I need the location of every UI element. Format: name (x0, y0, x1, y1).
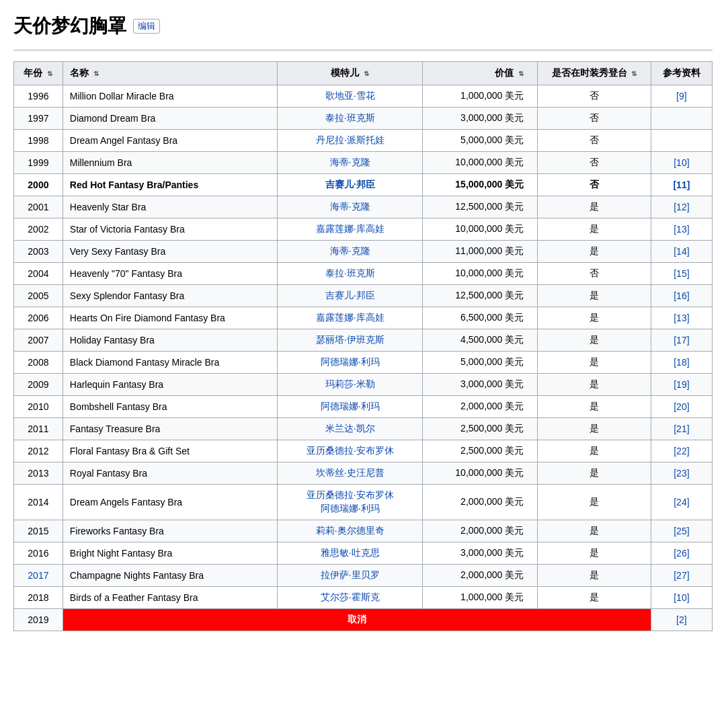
model-link[interactable]: 亚历桑德拉·安布罗休 (307, 489, 394, 501)
cell-ref: [10] (651, 152, 712, 174)
table-row: 2013Royal Fantasy Bra坎蒂丝·史汪尼普10,000,000 … (14, 462, 713, 485)
cell-show: 否 (538, 263, 651, 285)
ref-link[interactable]: [20] (674, 401, 689, 412)
cell-model: 吉赛儿·邦臣 (277, 174, 423, 196)
ref-link[interactable]: [13] (674, 224, 689, 235)
ref-link[interactable]: [2] (676, 614, 687, 625)
model-link[interactable]: 坎蒂丝·史汪尼普 (316, 467, 385, 478)
model-link[interactable]: 嘉露莲娜·库高娃 (316, 223, 385, 234)
cancel-cell[interactable]: 取消 (63, 609, 651, 631)
model-link[interactable]: 艾尔莎·霍斯克 (321, 592, 380, 602)
model-link[interactable]: 阿德瑞娜·利玛 (321, 401, 380, 411)
cell-ref: [13] (651, 307, 712, 329)
sort-arrows-value[interactable]: ⇅ (518, 70, 524, 77)
ref-link[interactable]: [22] (674, 446, 689, 456)
sort-arrows-name[interactable]: ⇅ (93, 70, 99, 77)
model-link[interactable]: 吉赛儿·邦臣 (325, 290, 375, 300)
ref-link[interactable]: [13] (674, 313, 689, 323)
ref-link[interactable]: [25] (674, 526, 689, 536)
cell-year: 2015 (14, 520, 63, 542)
main-table: 年份 ⇅ 名称 ⇅ 模特儿 ⇅ 价值 ⇅ 是否在时装秀登台 ⇅ 参考资料 (13, 61, 713, 631)
ref-link[interactable]: [17] (674, 335, 689, 346)
cell-year: 2011 (14, 418, 63, 440)
cell-model: 坎蒂丝·史汪尼普 (277, 462, 423, 485)
cell-year: 1998 (14, 130, 63, 152)
cell-year: 2000 (14, 174, 63, 196)
cell-show: 是 (538, 542, 651, 565)
ref-link[interactable]: [10] (674, 157, 689, 168)
cell-year: 2003 (14, 241, 63, 263)
cell-name: Red Hot Fantasy Bra/Panties (63, 174, 277, 196)
cell-name: Floral Fantasy Bra & Gift Set (63, 440, 277, 462)
model-link[interactable]: 亚历桑德拉·安布罗休 (307, 445, 394, 456)
cell-name: Diamond Dream Bra (63, 108, 277, 130)
cell-name: Millennium Bra (63, 152, 277, 174)
model-link[interactable]: 吉赛儿·邦臣 (325, 179, 375, 190)
model-link[interactable]: 玛莉莎·米勒 (325, 378, 375, 389)
col-header-name[interactable]: 名称 ⇅ (63, 62, 277, 85)
model-link[interactable]: 泰拉·班克斯 (325, 268, 375, 278)
ref-link[interactable]: [9] (676, 91, 687, 102)
model-link[interactable]: 丹尼拉·派斯托娃 (316, 134, 385, 145)
cell-model: 阿德瑞娜·利玛 (277, 352, 423, 374)
ref-link[interactable]: [23] (674, 468, 689, 479)
cell-show: 是 (538, 565, 651, 587)
col-header-year[interactable]: 年份 ⇅ (14, 62, 63, 85)
model-link[interactable]: 海蒂·克隆 (330, 157, 370, 167)
model-link[interactable]: 阿德瑞娜·利玛 (321, 356, 380, 367)
model-link[interactable]: 米兰达·凯尔 (325, 423, 375, 434)
model-link[interactable]: 雅思敏·吐克思 (321, 547, 380, 558)
col-header-value[interactable]: 价值 ⇅ (423, 62, 538, 85)
cell-value: 1,000,000 美元 (423, 587, 538, 609)
cell-ref: [23] (651, 462, 712, 485)
model-link[interactable]: 嘉露莲娜·库高娃 (316, 312, 385, 323)
ref-link[interactable]: [12] (674, 202, 689, 212)
col-header-model[interactable]: 模特儿 ⇅ (277, 62, 423, 85)
ref-link[interactable]: [26] (674, 548, 689, 559)
cell-year: 2002 (14, 218, 63, 241)
cell-value: 10,000,000 美元 (423, 152, 538, 174)
sort-arrows-year[interactable]: ⇅ (47, 70, 52, 77)
cell-year: 1999 (14, 152, 63, 174)
ref-link[interactable]: [21] (674, 423, 689, 434)
ref-link[interactable]: [18] (674, 357, 689, 368)
ref-link[interactable]: [11] (673, 179, 690, 190)
model-link[interactable]: 拉伊萨·里贝罗 (321, 569, 380, 580)
sort-arrows-show[interactable]: ⇅ (631, 70, 637, 77)
table-row: 2014Dream Angels Fantasy Bra亚历桑德拉·安布罗休阿德… (14, 485, 713, 520)
cell-model: 丹尼拉·派斯托娃 (277, 130, 423, 152)
cell-name: Harlequin Fantasy Bra (63, 374, 277, 396)
edit-link[interactable]: 编辑 (133, 19, 160, 34)
cell-name: Birds of a Feather Fantasy Bra (63, 587, 277, 609)
model-link[interactable]: 泰拉·班克斯 (325, 112, 375, 123)
ref-link[interactable]: [24] (674, 497, 689, 508)
cell-show: 是 (538, 352, 651, 374)
ref-link[interactable]: [15] (674, 268, 689, 279)
cell-show: 是 (538, 418, 651, 440)
ref-link[interactable]: [14] (674, 246, 689, 257)
cell-value: 2,000,000 美元 (423, 396, 538, 418)
model-link[interactable]: 瑟丽塔·伊班克斯 (316, 334, 385, 345)
model-link[interactable]: 阿德瑞娜·利玛 (321, 503, 380, 515)
cell-value: 3,000,000 美元 (423, 542, 538, 565)
model-link[interactable]: 海蒂·克隆 (330, 201, 370, 212)
cell-show: 是 (538, 307, 651, 329)
ref-link[interactable]: [16] (674, 290, 689, 301)
cell-value: 5,000,000 美元 (423, 130, 538, 152)
table-row: 2016Bright Night Fantasy Bra雅思敏·吐克思3,000… (14, 542, 713, 565)
cell-value: 15,000,000 美元 (423, 174, 538, 196)
cell-ref (651, 130, 712, 152)
model-link[interactable]: 歌地亚·雪花 (325, 90, 375, 101)
sort-arrows-model[interactable]: ⇅ (364, 70, 369, 77)
ref-link[interactable]: [19] (674, 379, 689, 390)
col-header-show[interactable]: 是否在时装秀登台 ⇅ (538, 62, 651, 85)
table-row: 2003Very Sexy Fantasy Bra海蒂·克隆11,000,000… (14, 241, 713, 263)
model-link[interactable]: 海蒂·克隆 (330, 245, 370, 256)
cell-value: 12,500,000 美元 (423, 196, 538, 218)
ref-link[interactable]: [27] (674, 570, 689, 581)
model-link[interactable]: 莉莉·奥尔德里奇 (316, 525, 385, 536)
year-link[interactable]: 2017 (28, 570, 48, 581)
cell-ref: [21] (651, 418, 712, 440)
ref-link[interactable]: [10] (674, 592, 689, 603)
cell-show: 是 (538, 485, 651, 520)
